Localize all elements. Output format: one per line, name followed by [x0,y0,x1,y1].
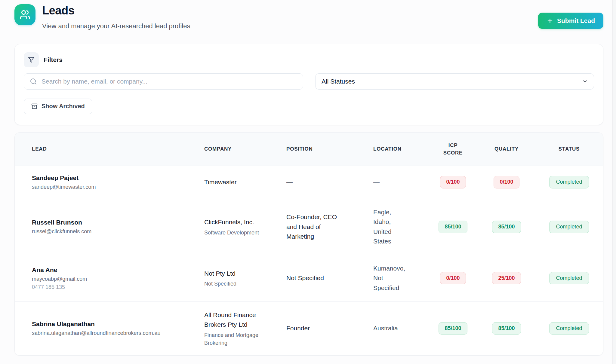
filters-inputs-row: All Statuses [24,73,594,90]
filters-card: Filters All Statuses [14,44,603,125]
position: — [286,177,345,187]
status-badge: Completed [549,176,589,188]
lead-name: Russell Brunson [32,219,188,226]
table-header-row: LEAD COMPANY POSITION LOCATION ICP SCORE… [15,133,603,166]
lead-name: Sandeep Pajeet [32,174,188,182]
company-name: ClickFunnels, Inc. [204,217,260,227]
header-left: Leads View and manage your AI-researched… [14,4,190,30]
position: Founder [286,323,345,333]
status-badge: Completed [549,272,589,285]
search-input[interactable] [24,73,303,90]
company-name: Not Pty Ltd [204,269,260,279]
show-archived-button[interactable]: Show Archived [24,99,92,114]
icp-score-badge: 85/100 [439,221,467,233]
status-badge: Completed [549,322,589,335]
icp-score-badge: 85/100 [439,322,467,335]
icp-score-badge: 0/100 [440,176,466,188]
lead-row[interactable]: Russell Brunson russel@clickfunnels.com … [15,199,603,255]
location: Eagle, Idaho, United States [373,207,407,246]
lead-row[interactable]: Ana Ane maycoabp@gmail.com 0477 185 135 … [15,255,603,301]
company-industry: Software Development [204,229,260,237]
lead-row[interactable]: Sabrina Ulaganathan sabrina.ulaganathan@… [15,301,603,355]
location: Kumanovo, Not Specified [373,264,407,293]
lead-email: sabrina.ulaganathan@allroundfinancebroke… [32,330,188,336]
quality-badge: 0/100 [494,176,519,188]
column-header-location: LOCATION [364,133,427,166]
header-text: Leads View and manage your AI-researched… [42,4,190,30]
leads-table: LEAD COMPANY POSITION LOCATION ICP SCORE… [15,133,603,355]
company-name: Timewaster [204,177,260,187]
column-header-lead: LEAD [15,133,195,166]
archived-row: Show Archived [24,99,594,114]
company-name: All Round Finance Brokers Pty Ltd [204,310,260,330]
leads-table-card: LEAD COMPANY POSITION LOCATION ICP SCORE… [14,132,603,356]
submit-lead-button[interactable]: Submit Lead [538,13,603,29]
position: Not Specified [286,273,345,283]
column-header-icp-score: ICP SCORE [427,133,479,166]
lead-name: Sabrina Ulaganathan [32,320,188,328]
lead-name: Ana Ane [32,266,188,274]
scrollbar[interactable] [612,0,616,364]
company-industry: Not Specified [204,280,260,288]
lead-phone: 0477 185 135 [32,284,188,290]
position: Co-Founder, CEO and Head of Marketing [286,212,345,242]
quality-badge: 25/100 [492,272,521,285]
quality-badge: 85/100 [492,322,521,335]
lead-email: maycoabp@gmail.com [32,276,188,282]
users-icon [20,9,30,20]
magnifier-icon [30,78,37,85]
plus-icon [547,17,553,24]
show-archived-label: Show Archived [42,103,85,110]
filters-title: Filters [44,56,63,63]
status-filter-wrap: All Statuses [315,73,594,90]
lead-row[interactable]: Sandeep Pajeet sandeep@timewaster.com Ti… [15,166,603,199]
company-industry: Finance and Mortgage Brokering [204,331,260,347]
submit-lead-label: Submit Lead [557,17,595,24]
search-wrap [24,73,303,90]
location: — [373,177,407,187]
status-filter-select[interactable]: All Statuses [315,73,594,90]
icp-score-badge: 0/100 [440,272,466,285]
lead-email: russel@clickfunnels.com [32,228,188,235]
archive-box-icon [31,103,38,109]
location: Australia [373,323,407,333]
page-header: Leads View and manage your AI-researched… [14,4,603,30]
status-badge: Completed [549,221,589,233]
filters-chip [24,52,39,67]
column-header-company: COMPANY [195,133,277,166]
funnel-icon [28,57,35,63]
column-header-status: STATUS [534,133,603,166]
quality-badge: 85/100 [492,221,521,233]
page-subtitle: View and manage your AI-researched lead … [42,22,190,30]
leads-page: Leads View and manage your AI-researched… [0,0,616,356]
page-title: Leads [42,4,190,17]
column-header-quality: QUALITY [479,133,534,166]
lead-email: sandeep@timewaster.com [32,184,188,190]
leads-app-icon [14,4,35,25]
column-header-position: POSITION [277,133,364,166]
filters-title-row: Filters [24,52,594,67]
